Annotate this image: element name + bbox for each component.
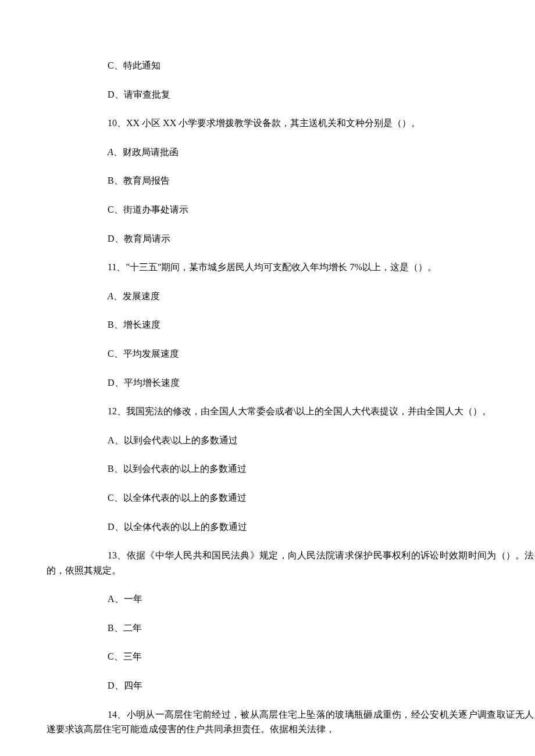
q12-option-d: D、以全体代表的\以上的多数通过: [47, 519, 535, 535]
q13-option-a: A、一年: [47, 592, 535, 607]
italic-a-label: A: [108, 147, 113, 157]
q11-option-a-text: 、发展速度: [113, 291, 160, 301]
q10-stem: 10、XX 小区 XX 小学要求增拨教学设备款，其主送机关和文种分别是（）。: [47, 116, 535, 131]
q12-option-c: C、以全体代表的\以上的多数通过: [47, 490, 535, 506]
q12-option-b: B、以到会代表的\以上的多数通过: [47, 461, 535, 476]
q13-option-b: B、二年: [47, 621, 535, 636]
q10-option-a-text: 、财政局请批函: [113, 147, 179, 157]
italic-a-label: A: [108, 291, 113, 301]
q13-option-d: D、四年: [47, 678, 535, 693]
q12-option-a: A、以到会代表\以上的多数通过: [47, 433, 535, 448]
q9-option-c: C、特此通知: [47, 58, 535, 73]
q11-stem: 11、"十三五"期间，某市城乡居民人均可支配收入年均增长 7%以上，这是（）。: [47, 260, 535, 275]
q13-stem: 13、依据《中华人民共和国民法典》规定，向人民法院请求保护民事权利的诉讼时效期时…: [47, 548, 535, 578]
q13-option-c: C、三年: [47, 649, 535, 664]
q12-stem: 12、我国宪法的修改，由全国人大常委会或者\以上的全国人大代表提议，并由全国人大…: [47, 404, 535, 419]
q11-option-b: B、增长速度: [47, 317, 535, 332]
q9-option-d: D、请审查批复: [47, 87, 535, 102]
q10-option-b: B、教育局报告: [47, 173, 535, 188]
q14-stem: 14、小明从一高层住宅前经过，被从高层住宅上坠落的玻璃瓶砸成重伤，经公安机关逐户…: [47, 707, 535, 737]
q10-option-c: C、街道办事处请示: [47, 202, 535, 217]
q10-option-d: D、教育局请示: [47, 231, 535, 246]
q11-option-c: C、平均发展速度: [47, 346, 535, 361]
q11-option-d: D、平均增长速度: [47, 375, 535, 390]
q11-option-a: A、发展速度: [47, 289, 535, 304]
q10-option-a: A、财政局请批函: [47, 145, 535, 160]
